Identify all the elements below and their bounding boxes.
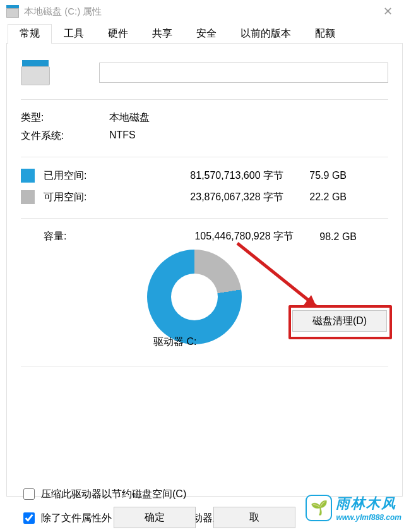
tab-security[interactable]: 安全 [184,24,229,44]
type-label: 类型: [21,111,109,124]
filesystem-value: NTFS [109,130,136,143]
free-gb: 22.2 GB [283,191,347,203]
svg-line-0 [237,243,316,306]
compress-checkbox-row[interactable]: 压缩此驱动器以节约磁盘空间(C) [21,487,388,502]
tab-panel-general: 类型: 本地磁盘 文件系统: NTFS 已用空间: 81,570,713,600… [6,43,403,497]
used-label: 已用空间: [44,169,138,183]
used-bytes: 81,570,713,600 字节 [138,169,283,183]
tab-sharing[interactable]: 共享 [140,24,184,44]
filesystem-label: 文件系统: [21,130,109,143]
tab-hardware[interactable]: 硬件 [96,24,140,44]
cancel-button[interactable]: 取 [213,507,295,528]
compress-label: 压缩此驱动器以节约磁盘空间(C) [41,488,186,501]
free-label: 可用空间: [44,191,138,204]
disk-icon [21,60,50,85]
drive-icon [6,5,19,18]
tab-previous[interactable]: 以前的版本 [229,24,303,44]
usage-donut-chart [147,250,242,344]
disk-cleanup-button[interactable]: 磁盘清理(D) [292,310,387,332]
drive-label: 驱动器 C: [153,336,196,349]
free-swatch [21,190,35,204]
ok-button[interactable]: 确定 [114,507,196,528]
volume-label-input[interactable] [99,63,388,83]
tab-quota[interactable]: 配额 [303,24,347,44]
tab-strip: 常规 工具 硬件 共享 安全 以前的版本 配额 [6,23,403,43]
tab-general[interactable]: 常规 [8,24,52,44]
window-title: 本地磁盘 (C:) 属性 [24,6,102,18]
compress-checkbox[interactable] [23,488,35,500]
capacity-label: 容量: [44,230,157,243]
close-icon[interactable]: ✕ [378,4,398,18]
used-gb: 75.9 GB [283,170,347,181]
free-bytes: 23,876,067,328 字节 [138,191,283,204]
tab-tools[interactable]: 工具 [52,24,96,44]
used-swatch [21,169,35,183]
type-value: 本地磁盘 [109,111,150,124]
